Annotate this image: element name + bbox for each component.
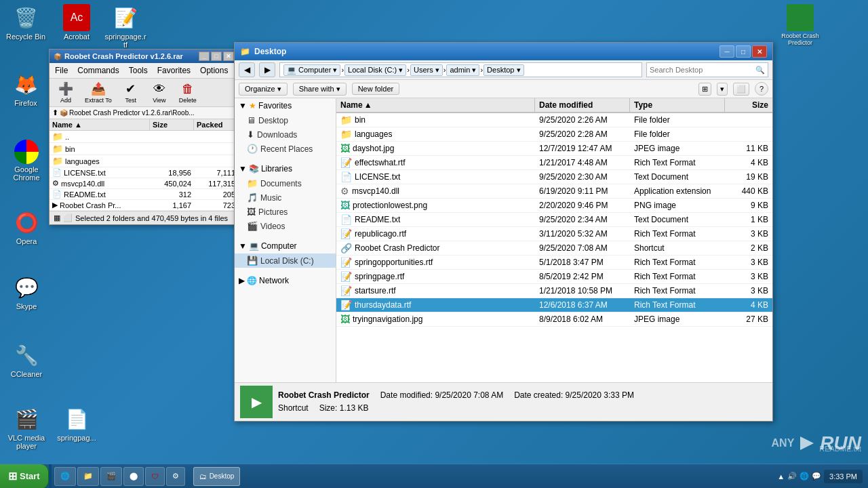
close-button[interactable]: ✕	[223, 52, 234, 61]
file-row[interactable]: 🖼 dayshot.jpg 12/7/2019 12:47 AM JPEG im…	[336, 142, 772, 156]
desktop-icon-firefox[interactable]: 🦊 Firefox	[2, 68, 50, 110]
winrar-row-parent[interactable]: 📁 ..	[50, 131, 238, 143]
taskbar-media[interactable]: 🎬	[100, 467, 122, 486]
desktop-icon-recycle-bin[interactable]: 🗑️ Recycle Bin	[2, 1, 50, 43]
menu-options[interactable]: Options	[196, 64, 232, 77]
share-with-button[interactable]: Share with ▾	[293, 83, 347, 96]
help-button[interactable]: ?	[755, 82, 768, 96]
col-packed-header[interactable]: Packed	[194, 119, 238, 130]
back-btn[interactable]: ⬆	[52, 108, 58, 117]
col-date-header[interactable]: Date modified	[535, 98, 630, 112]
extract-to-button[interactable]: 📤 Extract To	[81, 80, 116, 105]
col-size-header[interactable]: Size	[150, 119, 194, 130]
address-bar[interactable]: 💻 Computer ▾ › Local Disk (C:) ▾ › Users…	[279, 62, 642, 77]
volume-icon[interactable]: 🔊	[787, 472, 797, 481]
desktop-icon-ccleaner[interactable]: 🔧 CCleaner	[3, 339, 50, 381]
search-box[interactable]: 🔍	[646, 62, 768, 77]
desktop-icon-skype[interactable]: 💬 Skype	[3, 271, 50, 313]
view-options-button[interactable]: ⊞	[698, 83, 711, 96]
network-header[interactable]: ▶ 🌐 Network	[235, 273, 336, 288]
taskbar-explorer[interactable]: 📁	[77, 467, 99, 486]
nav-recent-places[interactable]: 🕐 Recent Places	[235, 142, 336, 156]
desktop-icon-springpage-doc[interactable]: 📄 springpag...	[53, 403, 100, 445]
maximize-button[interactable]: □	[211, 52, 222, 61]
delete-button[interactable]: 🗑 Delete	[174, 81, 201, 105]
winrar-row-roobet[interactable]: ▶ Roobet Crash Pr... 1,167 723	[50, 200, 238, 211]
nav-music[interactable]: 🎵 Music	[235, 190, 336, 205]
view-button[interactable]: 👁 View	[146, 81, 173, 105]
file-row[interactable]: 📁 bin 9/25/2020 2:26 AM File folder	[336, 113, 772, 127]
favorites-header[interactable]: ▼ ★ Favorites	[235, 98, 336, 113]
winrar-row-languages[interactable]: 📁 languages	[50, 155, 238, 167]
network-taskbar-icon[interactable]: 🌐	[800, 472, 809, 481]
view-toggle-button[interactable]: ▾	[717, 83, 728, 96]
winrar-row-license[interactable]: 📄 LICENSE.txt 18,956 7,111	[50, 167, 238, 178]
nav-local-disk[interactable]: 💾 Local Disk (C:)	[235, 253, 336, 268]
winrar-row-bin[interactable]: 📁 bin	[50, 143, 238, 155]
organize-button[interactable]: Organize ▾	[239, 83, 288, 96]
forward-button[interactable]: ▶	[259, 62, 275, 77]
col-type-header[interactable]: Type	[630, 98, 725, 112]
taskbar-chrome[interactable]: ⬤	[123, 467, 144, 486]
nav-desktop[interactable]: 🖥 Desktop	[235, 113, 336, 127]
addr-admin[interactable]: admin ▾	[446, 64, 479, 76]
nav-videos[interactable]: 🎬 Videos	[235, 219, 336, 233]
nav-documents[interactable]: 📁 Documents	[235, 176, 336, 190]
computer-header[interactable]: ▼ 💻 Computer	[235, 239, 336, 253]
test-button[interactable]: ✔ Test	[117, 80, 144, 105]
desktop-icon-roobet[interactable]: Roobet Crash Predictor	[776, 1, 824, 49]
file-row[interactable]: 🖼 tryingnavigation.jpg 8/9/2018 6:02 AM …	[336, 312, 772, 327]
search-input[interactable]	[650, 66, 745, 74]
addr-computer[interactable]: 💻 Computer ▾	[283, 64, 340, 76]
nav-pictures[interactable]: 🖼 Pictures	[235, 205, 336, 219]
menu-tools[interactable]: Tools	[125, 64, 152, 77]
file-row[interactable]: ⚙ msvcp140.dll 6/19/2020 9:11 PM Applica…	[336, 184, 772, 199]
msg-icon[interactable]: 💬	[812, 472, 821, 481]
nav-downloads[interactable]: ⬇ Downloads	[235, 127, 336, 142]
taskbar-ie[interactable]: 🌐	[54, 467, 76, 486]
back-button[interactable]: ◀	[239, 62, 255, 77]
file-row[interactable]: 🔗 Roobet Crash Predictor 9/25/2020 7:08 …	[336, 241, 772, 256]
desktop-icon-opera[interactable]: ⭕ Opera	[3, 206, 50, 248]
desktop-icon-vlc[interactable]: 🎬 VLC media player	[3, 403, 50, 453]
desktop-icon-acrobat[interactable]: Ac Acrobat	[53, 1, 100, 43]
menu-file[interactable]: File	[51, 64, 72, 77]
taskbar-desktop-item[interactable]: 🗂 Desktop	[193, 467, 241, 486]
file-row[interactable]: 📝 thursdaydata.rtf 12/6/2018 6:37 AM Ric…	[336, 298, 772, 312]
menu-favorites[interactable]: Favorites	[153, 64, 195, 77]
file-row[interactable]: 📝 startsure.rtf 1/21/2018 10:58 PM Rich …	[336, 284, 772, 298]
computer-expand-icon: ▼	[239, 241, 247, 251]
taskbar-antivirus[interactable]: 🛡	[145, 467, 165, 486]
menu-commands[interactable]: Commands	[73, 64, 123, 77]
file-row[interactable]: 📝 springpage.rtf 8/5/2019 2:42 PM Rich T…	[336, 270, 772, 284]
file-row[interactable]: 📝 effectswhat.rtf 1/21/2017 4:48 AM Rich…	[336, 156, 772, 170]
col-name-header[interactable]: Name ▲	[336, 98, 535, 112]
explorer-close[interactable]: ✕	[752, 45, 767, 58]
winrar-row-msvcp[interactable]: ⚙ msvcp140.dll 450,024 117,315	[50, 178, 238, 189]
taskbar-settings[interactable]: ⚙	[166, 467, 185, 486]
addr-localdisk[interactable]: Local Disk (C:) ▾	[344, 64, 406, 76]
notification-icon[interactable]: ▲	[777, 472, 785, 481]
desktop-icon-chrome[interactable]: Google Chrome	[3, 137, 50, 184]
libraries-header[interactable]: ▼ 📚 Libraries	[235, 161, 336, 176]
preview-pane-button[interactable]: ⬜	[733, 83, 749, 96]
explorer-minimize[interactable]: ─	[719, 45, 734, 58]
file-row[interactable]: 🖼 protectionlowest.png 2/20/2020 9:46 PM…	[336, 199, 772, 213]
add-button[interactable]: ➕ Add	[52, 80, 79, 105]
col-size-header[interactable]: Size	[725, 98, 772, 112]
new-folder-button[interactable]: New folder	[352, 83, 400, 95]
file-row[interactable]: 📝 springopportunities.rtf 5/1/2018 3:47 …	[336, 256, 772, 270]
file-row[interactable]: 📄 LICENSE.txt 9/25/2020 2:30 AM Text Doc…	[336, 170, 772, 184]
start-button[interactable]: ⊞ Start	[0, 464, 49, 489]
file-row[interactable]: 📝 republicago.rtf 3/11/2020 5:32 AM Rich…	[336, 227, 772, 241]
minimize-button[interactable]: _	[199, 52, 210, 61]
explorer-maximize[interactable]: □	[736, 45, 751, 58]
col-name-header[interactable]: Name ▲	[50, 119, 150, 130]
search-icon[interactable]: 🔍	[755, 66, 765, 75]
file-row[interactable]: 📁 languages 9/25/2020 2:28 AM File folde…	[336, 127, 772, 142]
addr-users[interactable]: Users ▾	[410, 64, 443, 76]
winrar-row-readme[interactable]: 📄 README.txt 312 205	[50, 189, 238, 200]
file-row[interactable]: 📄 README.txt 9/25/2020 2:34 AM Text Docu…	[336, 213, 772, 227]
desktop-icon-springpage[interactable]: 📝 springpage.rtf	[102, 1, 149, 52]
addr-desktop[interactable]: Desktop ▾	[484, 64, 524, 76]
